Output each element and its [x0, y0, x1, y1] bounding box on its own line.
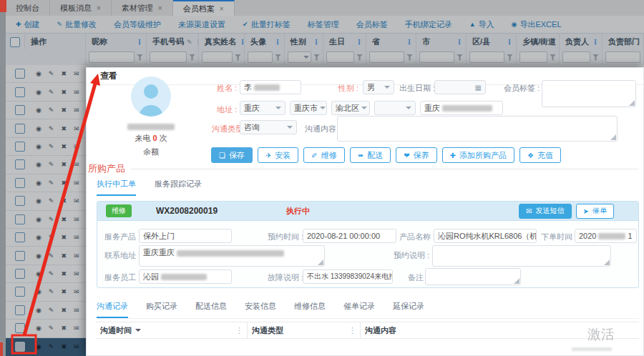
button-label: 保养 [414, 150, 429, 161]
appointment-time-input[interactable]: 2020-08-21 00:00:00 [303, 229, 396, 243]
order-tab-2[interactable]: 服务跟踪记录 [155, 179, 202, 196]
chevron-down-icon [287, 126, 293, 132]
recharge-button[interactable]: ❖充值 [519, 147, 561, 163]
order-status: 执行中 [286, 206, 310, 217]
gender-select[interactable]: 男 [363, 80, 394, 94]
gender-label: 性别 [338, 83, 358, 94]
install-icon: ✈ [265, 152, 271, 159]
service-staff-input[interactable]: 沁园 [139, 270, 232, 284]
appointment-note-textarea[interactable] [432, 245, 611, 267]
chevron-down-icon [275, 107, 281, 112]
button-label: 配送 [367, 150, 383, 161]
order-tab-1[interactable]: 执行中工单 [97, 179, 136, 196]
comm-type-select[interactable]: 咨询 [240, 120, 297, 134]
activate-watermark: 激活 [587, 325, 615, 344]
record-tab-1[interactable]: 沟通记录 [97, 301, 128, 318]
send-icon: ➤ [583, 207, 589, 215]
address-detail-input[interactable]: 重庆 [420, 101, 503, 115]
product-name-label: 产品名称 [399, 232, 435, 242]
record-tab-3[interactable]: 配送信息 [195, 301, 227, 318]
screen: 控制台模板消息×素材管理×会员档案× ✚创建✎批量修改会员等级维护来源渠道设置✔… [0, 0, 644, 356]
record-tabs: 沟通记录购买记录配送信息安装信息维修信息催单记录延保记录 [97, 301, 639, 319]
record-grid-header: 沟通时间⋮沟通类型⋮沟通内容 [96, 322, 639, 339]
button-label: 充值 [537, 150, 553, 161]
contact-address-label: 联系地址 [104, 250, 140, 261]
service-product-input[interactable]: 保外上门 [139, 229, 232, 243]
name-input[interactable]: 李 [240, 80, 301, 94]
column-menu-icon[interactable]: ⋮ [348, 326, 356, 335]
name-label: 姓名 [217, 83, 237, 94]
comm-content-label: 沟通内容 [305, 124, 341, 134]
district-select[interactable]: 渝北区 [331, 101, 370, 115]
record-tab-5[interactable]: 维修信息 [294, 301, 326, 318]
fault-note-input[interactable]: 不出水 13399839024来电报修 6月换- [303, 270, 393, 284]
redacted-phone [127, 124, 175, 130]
record-column-label: 沟通类型 [252, 325, 283, 336]
repair-icon: ✐ [311, 152, 317, 159]
service-staff-label: 服务员工 [104, 272, 140, 283]
order-time-label: 下单时间 [541, 232, 577, 242]
button-label: 安装 [275, 150, 291, 161]
member-profile: 来电 0 次 余额 [108, 76, 194, 157]
chevron-down-icon [361, 107, 367, 112]
repair-button[interactable]: ✐维修 [303, 147, 344, 163]
button-label: 保存 [229, 150, 245, 161]
record-tab-6[interactable]: 催单记录 [343, 301, 375, 318]
save-icon: ❏ [219, 152, 225, 159]
balance-label: 余额 [108, 147, 194, 157]
recharge-icon: ❖ [527, 152, 534, 159]
appointment-time-label: 预约时间 [268, 232, 303, 242]
modal-action-buttons: ❏保存✈安装✐维修➠配送❤保养✚添加所购产品❖充值 [211, 147, 561, 163]
appointment-note-label: 预约说明 [394, 250, 429, 261]
city-select[interactable]: 重庆市 [290, 101, 327, 115]
street-select[interactable] [374, 101, 416, 115]
work-order-card: 维修 WX2008200019 执行中 ✉ 发送短信 ➤ 催单 服务产品 保外上… [97, 201, 639, 288]
urge-order-button[interactable]: ➤ 催单 [576, 204, 614, 219]
view-member-modal: 查看 来电 0 次 余额 姓名 李 性别 男 出生日期 ▦ 会员标签 [86, 67, 644, 356]
deliver-button[interactable]: ➠配送 [350, 147, 391, 163]
member-tag-label: 会员标签 [504, 83, 540, 94]
product-name-input[interactable]: 沁园RO纯水机KRL6806（机横式，厨门 [434, 229, 537, 243]
comm-content-textarea[interactable] [337, 116, 618, 142]
chevron-down-icon [384, 86, 390, 92]
member-tag-textarea[interactable] [542, 80, 636, 107]
record-column-2[interactable]: 沟通类型⋮ [248, 322, 361, 338]
add-product-icon: ✚ [450, 152, 456, 159]
birth-date-input[interactable]: ▦ [434, 80, 486, 94]
watermark-subtext [572, 347, 612, 351]
save-button[interactable]: ❏保存 [211, 147, 253, 163]
annotation-red-square [0, 0, 6, 12]
calls-count: 0 [152, 134, 157, 142]
contact-address-textarea[interactable]: 重庆重庆 [139, 245, 325, 267]
record-tab-4[interactable]: 安装信息 [245, 301, 276, 318]
avatar [131, 76, 171, 117]
chevron-down-icon [406, 107, 411, 112]
annotation-red-sliver [0, 342, 3, 356]
record-tab-7[interactable]: 延保记录 [393, 301, 424, 318]
fault-note-label: 故障说明 [268, 272, 303, 283]
order-tabs: 执行中工单服务跟踪记录 [97, 179, 202, 196]
record-tab-2[interactable]: 购买记录 [146, 301, 177, 318]
chevron-down-icon [320, 107, 326, 112]
province-select[interactable]: 重庆 [240, 101, 286, 115]
work-order-header: 维修 WX2008200019 执行中 ✉ 发送短信 ➤ 催单 [97, 202, 638, 221]
install-button[interactable]: ✈安装 [258, 147, 298, 163]
record-column-1[interactable]: 沟通时间⋮ [96, 322, 248, 338]
calls-count-line: 来电 0 次 [108, 133, 194, 144]
order-time-input[interactable]: 20201 [575, 229, 637, 243]
order-type-badge: 维修 [106, 204, 132, 217]
service-product-label: 服务产品 [104, 232, 140, 242]
order-number: WX2008200019 [156, 206, 218, 216]
send-sms-button[interactable]: ✉ 发送短信 [519, 204, 571, 219]
maintain-icon: ❤ [404, 152, 409, 159]
record-column-label: 沟通时间 [100, 325, 132, 336]
button-label: 添加所购产品 [459, 150, 507, 161]
deliver-icon: ➠ [358, 152, 364, 159]
maintain-button[interactable]: ❤保养 [396, 147, 436, 163]
sort-desc-icon[interactable] [135, 329, 141, 335]
add-product-button[interactable]: ✚添加所购产品 [442, 147, 514, 163]
column-menu-icon[interactable]: ⋮ [235, 326, 243, 335]
remark-textarea[interactable] [425, 268, 521, 285]
record-column-label: 沟通内容 [365, 325, 396, 336]
birth-date-label: 出生日期 [399, 83, 435, 94]
